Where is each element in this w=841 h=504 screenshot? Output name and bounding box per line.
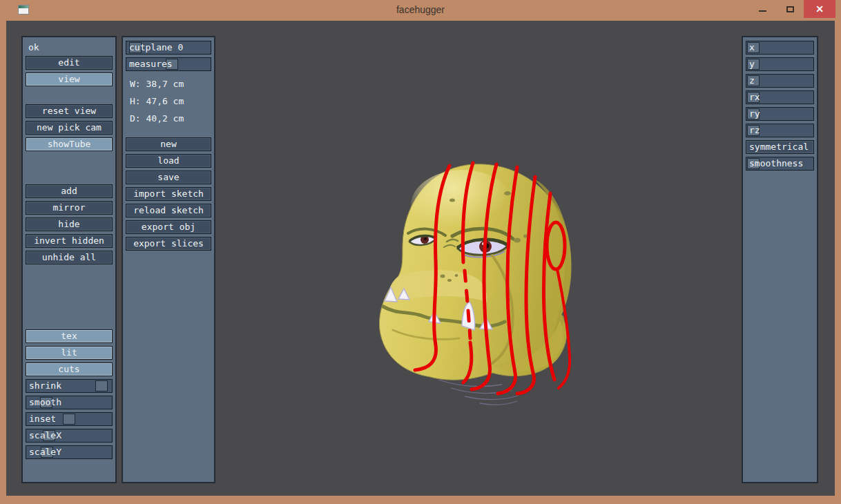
reload-sketch-button[interactable]: reload sketch bbox=[126, 204, 211, 217]
height-measurement: H: 47,6 cm bbox=[126, 93, 211, 110]
inset-slider[interactable]: inset bbox=[26, 412, 113, 426]
slider-label: y bbox=[749, 58, 755, 70]
slider-label: ry bbox=[749, 108, 760, 120]
rz-slider[interactable]: rz bbox=[746, 124, 814, 137]
slider-handle[interactable] bbox=[95, 380, 108, 391]
save-button[interactable]: save bbox=[126, 171, 211, 184]
new-button[interactable]: new bbox=[126, 137, 211, 151]
scale-x-slider[interactable]: scaleX bbox=[26, 429, 113, 443]
ry-slider[interactable]: ry bbox=[746, 107, 814, 121]
minimize-button[interactable] bbox=[748, 0, 776, 18]
slider-label: x bbox=[749, 41, 755, 54]
unhide-all-button[interactable]: unhide all bbox=[26, 251, 113, 264]
minimize-icon bbox=[759, 10, 766, 12]
symmetrical-button[interactable]: symmetrical bbox=[746, 140, 814, 154]
close-button[interactable]: ✕ bbox=[804, 0, 835, 18]
load-button[interactable]: load bbox=[126, 154, 211, 168]
close-icon: ✕ bbox=[815, 3, 824, 14]
slider-handle[interactable] bbox=[63, 414, 75, 425]
export-slices-button[interactable]: export slices bbox=[126, 237, 211, 251]
view-button[interactable]: view bbox=[26, 72, 113, 86]
z-slider[interactable]: z bbox=[746, 74, 814, 88]
slider-label: scaleY bbox=[29, 446, 61, 458]
transform-panel: x y z rx ry rz symmetrical bbox=[742, 36, 818, 483]
app-window: facehugger ✕ ok edit view reset view new… bbox=[0, 0, 841, 504]
slider-label: smoothness bbox=[749, 157, 803, 170]
depth-measurement: D: 40,2 cm bbox=[126, 110, 211, 127]
smooth-slider[interactable]: smooth bbox=[26, 396, 113, 409]
hide-button[interactable]: hide bbox=[26, 217, 113, 231]
titlebar[interactable]: facehugger ✕ bbox=[0, 0, 841, 21]
lit-toggle-button[interactable]: lit bbox=[26, 346, 113, 360]
viewport-background[interactable]: ok edit view reset view new pick cam sho… bbox=[6, 21, 835, 496]
cuts-toggle-button[interactable]: cuts bbox=[26, 362, 113, 376]
slider-label: measures bbox=[129, 58, 173, 70]
mirror-button[interactable]: mirror bbox=[26, 201, 113, 215]
maximize-icon bbox=[786, 6, 794, 12]
slider-label: z bbox=[749, 75, 755, 87]
scale-y-slider[interactable]: scaleY bbox=[26, 445, 113, 459]
maximize-button[interactable] bbox=[776, 0, 804, 18]
cutplane-slider[interactable]: cutplane 0 bbox=[126, 41, 211, 55]
smoothness-slider[interactable]: smoothness bbox=[746, 157, 814, 171]
rx-slider[interactable]: rx bbox=[746, 90, 814, 104]
slider-label: shrink bbox=[29, 380, 61, 392]
slider-label: inset bbox=[29, 413, 56, 425]
add-button[interactable]: add bbox=[26, 184, 113, 198]
slider-label: cutplane 0 bbox=[129, 41, 183, 54]
slider-label: rz bbox=[749, 124, 760, 137]
edit-button[interactable]: edit bbox=[26, 56, 113, 70]
export-obj-button[interactable]: export obj bbox=[126, 220, 211, 234]
shrink-slider[interactable]: shrink bbox=[26, 379, 113, 393]
window-controls: ✕ bbox=[748, 0, 835, 18]
viewport-canvas[interactable] bbox=[369, 157, 577, 413]
y-slider[interactable]: y bbox=[746, 57, 814, 71]
reset-view-button[interactable]: reset view bbox=[26, 104, 113, 118]
slider-label: smooth bbox=[29, 396, 61, 409]
new-pick-cam-button[interactable]: new pick cam bbox=[26, 121, 113, 135]
tex-toggle-button[interactable]: tex bbox=[26, 329, 113, 343]
window-title: facehugger bbox=[0, 0, 841, 19]
import-sketch-button[interactable]: import sketch bbox=[126, 187, 211, 201]
invert-hidden-button[interactable]: invert hidden bbox=[26, 234, 113, 248]
measures-slider[interactable]: measures bbox=[126, 57, 211, 71]
measurements: W: 38,7 cm H: 47,6 cm D: 40,2 cm bbox=[126, 75, 211, 127]
show-tube-button[interactable]: showTube bbox=[26, 137, 113, 151]
width-measurement: W: 38,7 cm bbox=[126, 75, 211, 93]
x-slider[interactable]: x bbox=[746, 41, 814, 55]
cutplane-file-panel: cutplane 0 measures W: 38,7 cm H: 47,6 c… bbox=[122, 36, 215, 483]
ok-button[interactable]: ok bbox=[26, 41, 113, 56]
slider-label: rx bbox=[749, 91, 760, 104]
left-tool-panel: ok edit view reset view new pick cam sho… bbox=[21, 36, 117, 483]
slider-label: scaleX bbox=[29, 429, 61, 442]
